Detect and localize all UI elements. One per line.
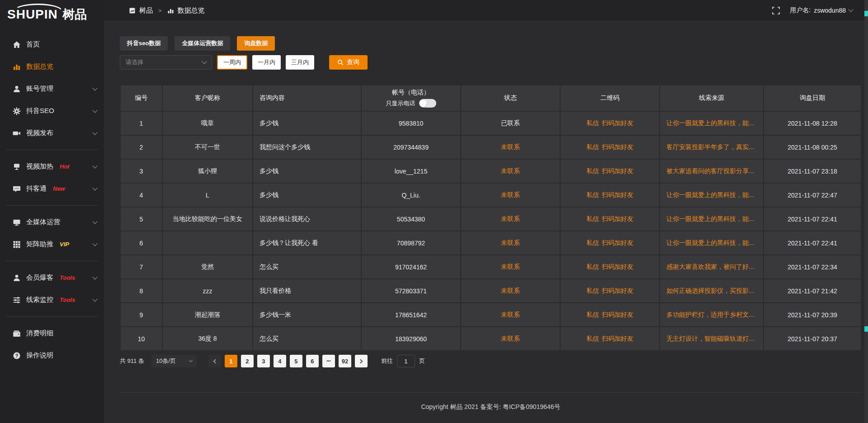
cell-account: 917024162 (361, 255, 461, 279)
breadcrumb-item-shupin[interactable]: 树品 (139, 6, 153, 15)
private-message-link[interactable]: 私信 (586, 167, 599, 175)
private-message-link[interactable]: 私信 (586, 191, 599, 199)
scrollbar[interactable] (864, 0, 868, 423)
source-link[interactable]: 让你一眼就爱上的黑科技，能... (666, 239, 754, 246)
sidebar-item-label: 全媒体运营 (26, 218, 60, 226)
scan-add-friend-link[interactable]: 扫码加好友 (602, 263, 633, 271)
cell-status: 未联系 (461, 327, 560, 351)
cell-content: 怎么买 (253, 255, 361, 279)
sidebar-item-account-management[interactable]: 账号管理 (0, 78, 104, 100)
cell-status: 未联系 (461, 135, 560, 159)
sidebar-item-operation-guide[interactable]: ?操作说明 (0, 344, 104, 367)
cell-account: Q_Liu. (361, 183, 461, 207)
sidebar-item-home[interactable]: 首页 (0, 33, 104, 56)
scrollbar-mark-top (864, 11, 868, 16)
sidebar-item-label: 首页 (26, 40, 40, 49)
prev-page-button[interactable] (208, 355, 221, 367)
page-button-1[interactable]: 1 (225, 355, 237, 367)
cell-qrcode: 私信扫码加好友 (560, 159, 660, 183)
scan-add-friend-link[interactable]: 扫码加好友 (602, 191, 633, 199)
private-message-link[interactable]: 私信 (586, 311, 599, 319)
phone-toggle[interactable] (419, 99, 436, 108)
goto-page-input[interactable] (397, 355, 415, 367)
chevron-down-icon (92, 85, 97, 90)
tab-2[interactable]: 询盘数据 (237, 36, 275, 51)
range-button-0[interactable]: 一周内 (217, 55, 247, 70)
logo-arc (14, 4, 62, 11)
sidebar-item-consumption-detail[interactable]: 消费明细 (0, 322, 104, 344)
scan-add-friend-link[interactable]: 扫码加好友 (602, 311, 633, 319)
sidebar-item-video-publish[interactable]: 视频发布 (0, 122, 104, 144)
sidebar-item-data-overview[interactable]: 数据总览 (0, 56, 104, 78)
search-button[interactable]: 查询 (329, 55, 368, 70)
sidebar-item-video-heat[interactable]: 视频加热Hot (0, 155, 104, 178)
sidebar-item-lead-monitor[interactable]: 线索监控Tools (0, 289, 104, 311)
page-button-5[interactable]: 5 (290, 355, 302, 367)
source-link[interactable]: 客厅安装投影半年多了，真实... (666, 143, 754, 150)
page-button-3[interactable]: 3 (257, 355, 270, 367)
private-message-link[interactable]: 私信 (586, 239, 599, 247)
source-link[interactable]: 无主灯设计，智能磁吸轨道灯... (666, 335, 754, 342)
scan-add-friend-link[interactable]: 扫码加好友 (602, 167, 633, 175)
source-link[interactable]: 感谢大家喜欢我家，被问了好... (666, 263, 754, 270)
scan-add-friend-link[interactable]: 扫码加好友 (602, 239, 633, 247)
scan-add-friend-link[interactable]: 扫码加好友 (602, 143, 633, 151)
app-window: SHUPIN 树品 首页数据总览账号管理抖音SEO视频发布视频加热Hot抖客通N… (0, 0, 868, 423)
sidebar-item-label: 矩阵助推 (26, 240, 53, 249)
home-icon (13, 41, 21, 49)
tab-0[interactable]: 抖音seo数据 (120, 36, 168, 51)
tab-1[interactable]: 全媒体运营数据 (175, 36, 230, 51)
cell-id: 5 (120, 207, 162, 231)
scan-add-friend-link[interactable]: 扫码加好友 (602, 215, 633, 223)
private-message-link[interactable]: 私信 (586, 287, 599, 295)
page-button-2[interactable]: 2 (241, 355, 254, 367)
private-message-link[interactable]: 私信 (586, 215, 599, 223)
member-icon (13, 274, 21, 282)
content: 抖音seo数据全媒体运营数据询盘数据 请选择 一周内一月内三月内 查询 (104, 21, 868, 423)
filter-bar: 请选择 一周内一月内三月内 查询 (120, 55, 862, 70)
cell-source: 被大家追着问的客厅投影分享... (660, 159, 764, 183)
sidebar-item-douketong[interactable]: 抖客通New (0, 178, 104, 200)
cell-account: love__1215 (361, 159, 461, 183)
source-link[interactable]: 被大家追着问的客厅投影分享... (666, 167, 754, 174)
sliders-icon (13, 296, 21, 304)
user-dropdown[interactable]: 用户名: zswodun88 (790, 6, 853, 14)
filter-select[interactable]: 请选择 (120, 55, 212, 70)
cell-account: 70898792 (361, 231, 461, 255)
page-size-select[interactable]: 10条/页 (151, 355, 197, 367)
video-icon (13, 129, 21, 137)
source-link[interactable]: 让你一眼就爱上的黑科技，能... (666, 215, 754, 222)
fullscreen-icon[interactable] (772, 7, 780, 14)
scan-add-friend-link[interactable]: 扫码加好友 (602, 119, 633, 127)
sidebar-item-douyin-seo[interactable]: 抖音SEO (0, 100, 104, 122)
cell-nickname: 当地比较能吃的一位美女 (162, 207, 253, 231)
source-link[interactable]: 让你一眼就爱上的黑科技，能... (666, 119, 754, 127)
scan-add-friend-link[interactable]: 扫码加好友 (602, 287, 633, 295)
cell-content: 我只看价格 (253, 279, 361, 303)
range-button-1[interactable]: 一月内 (252, 55, 281, 70)
sidebar-item-matrix-boost[interactable]: 矩阵助推VIP (0, 233, 104, 255)
page-button-6[interactable]: 6 (306, 355, 319, 367)
monitor-icon (13, 218, 21, 226)
range-button-2[interactable]: 三月内 (286, 55, 314, 70)
sidebar-item-tag: VIP (60, 241, 69, 248)
sidebar-item-member-baoke[interactable]: 会员爆客Tools (0, 267, 104, 289)
page-button-92[interactable]: 92 (339, 355, 351, 367)
cell-account: 9583810 (361, 111, 461, 135)
page-button-4[interactable]: 4 (274, 355, 286, 367)
private-message-link[interactable]: 私信 (586, 335, 599, 343)
source-link[interactable]: 多功能护栏灯，适用于乡村文... (666, 311, 754, 318)
private-message-link[interactable]: 私信 (586, 119, 599, 127)
cell-source: 无主灯设计，智能磁吸轨道灯... (660, 327, 764, 351)
sidebar-item-omnimedia-operation[interactable]: 全媒体运营 (0, 211, 104, 233)
table-row: 5当地比较能吃的一位美女说说价格让我死心50534380未联系私信扫码加好友让你… (120, 207, 861, 231)
private-message-link[interactable]: 私信 (586, 143, 599, 151)
source-link[interactable]: 如何正确选择投影仪，买投影... (666, 287, 754, 294)
breadcrumb-item-data-overview[interactable]: 数据总览 (178, 6, 205, 15)
source-link[interactable]: 让你一眼就爱上的黑科技，能... (666, 191, 754, 198)
cell-date: 2021-11-07 22:41 (764, 231, 861, 255)
scan-add-friend-link[interactable]: 扫码加好友 (602, 335, 633, 343)
private-message-link[interactable]: 私信 (586, 263, 599, 271)
next-page-button[interactable] (355, 355, 368, 367)
pagination-ellipsis[interactable]: ••• (322, 355, 335, 367)
